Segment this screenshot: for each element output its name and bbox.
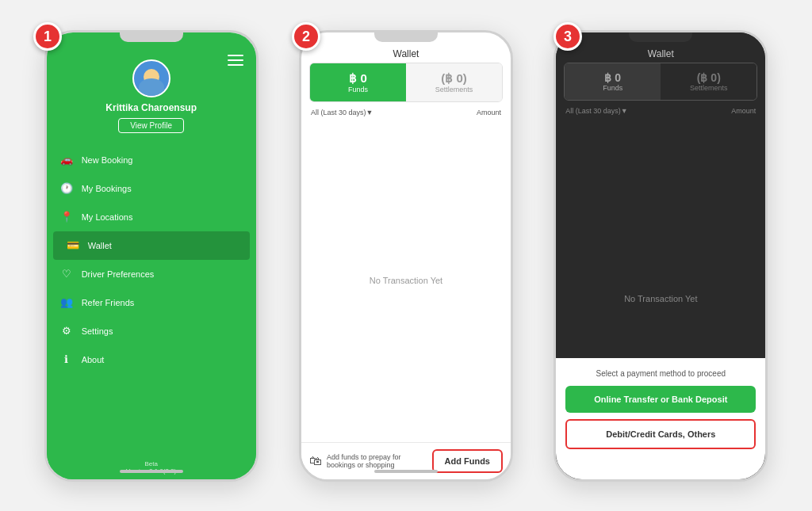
step-badge-3: 3 <box>553 22 582 51</box>
phone-3: Wallet ฿ 0 Funds (฿ 0) Settlements All (… <box>553 30 768 482</box>
view-profile-button[interactable]: View Profile <box>118 118 184 133</box>
phone-notch-2 <box>374 32 438 42</box>
phone-home-1 <box>120 470 183 473</box>
online-transfer-button[interactable]: Online Transfer or Bank Deposit <box>565 386 756 413</box>
avatar <box>132 59 170 97</box>
user-name: Krittika Charoensup <box>105 102 197 113</box>
step-badge-1: 1 <box>33 22 62 51</box>
menu-item-wallet[interactable]: 💳 Wallet <box>53 231 250 260</box>
settings-icon: ⚙ <box>59 324 74 338</box>
wallet-tabs-2: ฿ 0 Funds (฿ 0) Settlements <box>309 63 503 102</box>
wallet-topbar-2: Wallet <box>301 44 511 63</box>
wallet-footer-desc: 🛍 Add funds to prepay for bookings or sh… <box>309 453 426 469</box>
shop-icon: 🛍 <box>309 454 322 468</box>
filter-label[interactable]: All (Last 30 days)▼ <box>311 109 373 116</box>
phone-1-header: Krittika Charoensup View Profile <box>47 44 256 146</box>
hamburger-line <box>228 64 243 66</box>
menu-item-refer-friends[interactable]: 👥 Refer Friends <box>47 288 256 317</box>
payment-method-sheet: Select a payment method to proceed Onlin… <box>556 358 765 479</box>
p3-filter-row: All (Last 30 days)▼ Amount <box>556 101 765 118</box>
p3-amount-label: Amount <box>731 107 756 115</box>
debit-credit-button[interactable]: Debit/Credit Cards, Others <box>565 419 756 449</box>
avatar-body <box>139 78 164 96</box>
hamburger-icon[interactable] <box>228 55 243 66</box>
menu-item-new-booking[interactable]: 🚗 New Booking <box>47 146 256 174</box>
add-funds-button[interactable]: Add Funds <box>432 449 503 473</box>
p3-funds-amount: ฿ 0 <box>565 71 661 84</box>
info-icon: ℹ <box>59 353 74 367</box>
payment-sheet-title: Select a payment method to proceed <box>565 369 756 378</box>
tab-settlements-3[interactable]: (฿ 0) Settlements <box>661 63 756 100</box>
phone-2-content: Wallet ฿ 0 Funds (฿ 0) Settlements All (… <box>301 32 511 479</box>
wallet-footer-2: 🛍 Add funds to prepay for bookings or sh… <box>301 442 511 479</box>
phone-1: Krittika Charoensup View Profile 🚗 New B… <box>44 30 259 482</box>
settlements-amount: (฿ 0) <box>406 71 502 86</box>
phone-home-2 <box>374 470 438 473</box>
wallet-topbar-3: Wallet <box>556 44 765 63</box>
phone-notch-3 <box>629 32 692 42</box>
funds-label: Funds <box>310 86 406 93</box>
clock-icon: 🕐 <box>59 181 74 196</box>
menu-item-my-locations[interactable]: 📍 My Locations <box>47 203 256 231</box>
friends-icon: 👥 <box>59 296 74 310</box>
menu-item-about[interactable]: ℹ About <box>47 345 256 374</box>
phone-2: Wallet ฿ 0 Funds (฿ 0) Settlements All (… <box>299 30 513 482</box>
wallet-tabs-3: ฿ 0 Funds (฿ 0) Settlements <box>564 63 757 101</box>
tab-funds-3[interactable]: ฿ 0 Funds <box>565 63 661 100</box>
heart-icon: ♡ <box>59 267 74 281</box>
menu-item-settings[interactable]: ⚙ Settings <box>47 317 256 345</box>
pin-icon: 📍 <box>59 210 74 224</box>
car-icon: 🚗 <box>59 153 74 167</box>
phone-1-footer: Beta Version 2.1.6(2.8) <box>47 456 256 479</box>
tab-settlements-2[interactable]: (฿ 0) Settlements <box>406 63 502 101</box>
menu-item-driver-preferences[interactable]: ♡ Driver Preferences <box>47 260 256 288</box>
p3-settlements-amount: (฿ 0) <box>661 71 756 84</box>
menu-item-my-bookings[interactable]: 🕐 My Bookings <box>47 174 256 203</box>
funds-amount: ฿ 0 <box>310 71 406 86</box>
p3-filter-label[interactable]: All (Last 30 days)▼ <box>565 107 627 115</box>
menu-list: 🚗 New Booking 🕐 My Bookings 📍 My Locatio… <box>47 146 256 456</box>
amount-label: Amount <box>477 109 501 116</box>
p3-settlements-label: Settlements <box>661 84 756 92</box>
wallet-empty-text-2: No Transaction Yet <box>301 120 511 442</box>
wallet-filter-row-2: All (Last 30 days)▼ Amount <box>301 102 511 120</box>
hamburger-line <box>228 55 243 56</box>
step-badge-2: 2 <box>292 22 320 51</box>
settlements-label: Settlements <box>406 86 502 93</box>
tab-funds-2[interactable]: ฿ 0 Funds <box>310 63 406 101</box>
p3-funds-label: Funds <box>565 84 661 92</box>
scene: 1 2 3 Krittika Charoensup View <box>0 0 812 511</box>
phone-notch-1 <box>120 32 183 42</box>
hamburger-line <box>228 59 243 61</box>
wallet-icon: 💳 <box>66 238 80 253</box>
